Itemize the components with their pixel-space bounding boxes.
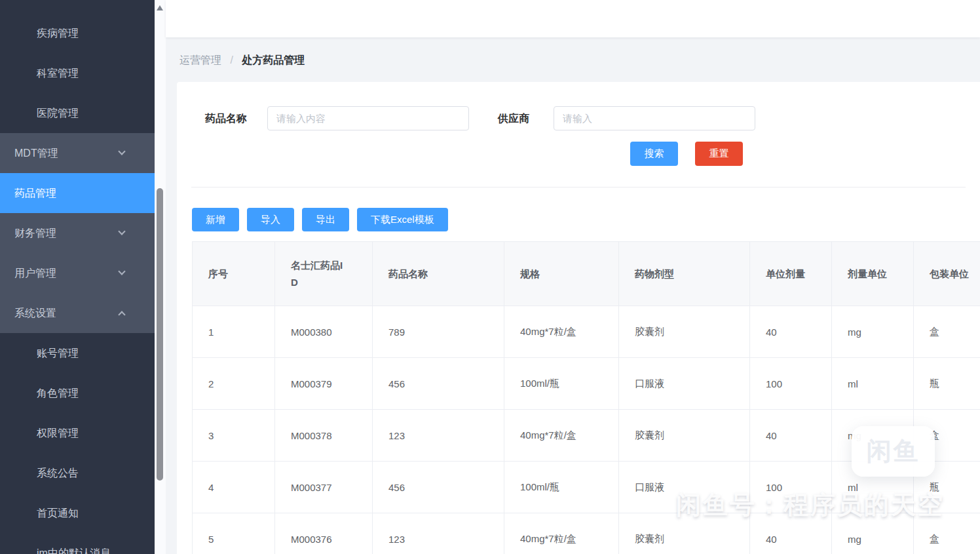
top-bar xyxy=(166,0,980,37)
table-row: 5M00037612340mg*7粒/盒胶囊剂40mg盒 xyxy=(193,513,980,554)
table-cell: mg xyxy=(832,410,914,462)
sidebar-item-label: 药品管理 xyxy=(14,188,56,199)
table-cell: 789 xyxy=(373,306,504,358)
chevron-icon xyxy=(118,267,125,275)
section-divider xyxy=(191,187,966,188)
chevron-icon xyxy=(118,311,125,318)
table-cell: M000379 xyxy=(275,358,373,410)
table-cell: 瓶 xyxy=(914,462,980,513)
table-cell: 胶囊剂 xyxy=(619,410,750,462)
table-cell: 胶囊剂 xyxy=(619,306,750,358)
sidebar-subitem-label: 角色管理 xyxy=(37,387,79,399)
sidebar-subitem[interactable]: 首页通知 xyxy=(0,493,155,533)
sidebar-item-label: 系统设置 xyxy=(14,307,56,319)
column-header: 剂量单位 xyxy=(832,242,914,306)
breadcrumb-current: 处方药品管理 xyxy=(242,54,305,66)
main-area: 运营管理 / 处方药品管理 药品名称 供应商 搜索 重置 新增 导入 导出 下载… xyxy=(166,0,980,554)
table-cell: ml xyxy=(832,462,914,513)
table-cell: 123 xyxy=(373,410,504,462)
sidebar-item-label: 财务管理 xyxy=(14,228,56,239)
table-cell: 瓶 xyxy=(914,358,980,410)
sidebar-group: MDT管理 药品管理 财务管理 用户管理 xyxy=(0,133,155,333)
sidebar-subitem[interactable]: 医院管理 xyxy=(0,93,155,133)
table-row: 4M000377456100ml/瓶口服液100ml瓶 xyxy=(193,462,980,513)
table-row: 2M000379456100ml/瓶口服液100ml瓶 xyxy=(193,358,980,410)
table-cell: 40 xyxy=(750,410,832,462)
sidebar-subitem[interactable]: 角色管理 xyxy=(0,373,155,413)
column-header: 药物剂型 xyxy=(619,242,750,306)
sidebar-menu: 疾病管理 科室管理 医院管理 MDT管理 药品管理 xyxy=(0,0,155,554)
sidebar-subitem-label: 系统公告 xyxy=(37,467,79,479)
table-cell: 100 xyxy=(750,462,832,513)
sidebar-subitem[interactable]: 账号管理 xyxy=(0,333,155,373)
drug-table: 序号名士汇药品ID药品名称规格药物剂型单位剂量剂量单位包装单位 1M000380… xyxy=(192,241,980,554)
sidebar-subitem-label: 疾病管理 xyxy=(37,28,79,39)
table-header-row: 序号名士汇药品ID药品名称规格药物剂型单位剂量剂量单位包装单位 xyxy=(193,242,980,306)
table-cell: 盒 xyxy=(914,410,980,462)
reset-button[interactable]: 重置 xyxy=(695,142,743,166)
toolbar-button[interactable]: 导出 xyxy=(302,208,349,231)
sidebar-item[interactable]: 系统设置 xyxy=(0,293,155,333)
table-cell: 40 xyxy=(750,513,832,554)
sidebar-item[interactable]: MDT管理 xyxy=(0,133,155,173)
supplier-input[interactable] xyxy=(554,106,755,130)
column-header: 规格 xyxy=(504,242,619,306)
sidebar-item[interactable]: 财务管理 xyxy=(0,213,155,253)
table-cell: 5 xyxy=(193,513,275,554)
sidebar-submenu-bottom: 账号管理 角色管理 权限管理 系统公告 首页通知 xyxy=(0,333,155,554)
toolbar-button[interactable]: 导入 xyxy=(247,208,294,231)
table-cell: 2 xyxy=(193,358,275,410)
sidebar-subitem[interactable]: im中的默认消息 xyxy=(0,533,155,554)
drug-table-wrap: 序号名士汇药品ID药品名称规格药物剂型单位剂量剂量单位包装单位 1M000380… xyxy=(192,241,980,554)
table-row: 3M00037812340mg*7粒/盒胶囊剂40mg盒 xyxy=(193,410,980,462)
sidebar-subitem-label: 账号管理 xyxy=(37,347,79,359)
table-cell: 口服液 xyxy=(619,358,750,410)
table-cell: 40 xyxy=(750,306,832,358)
toolbar-button[interactable]: 新增 xyxy=(192,208,239,231)
table-cell: 123 xyxy=(373,513,504,554)
table-cell: M000378 xyxy=(275,410,373,462)
table-row: 1M00038078940mg*7粒/盒胶囊剂40mg盒 xyxy=(193,306,980,358)
table-cell: 4 xyxy=(193,462,275,513)
sidebar-scrollbar[interactable] xyxy=(155,0,166,554)
scrollbar-thumb[interactable] xyxy=(157,188,163,481)
breadcrumb: 运营管理 / 处方药品管理 xyxy=(179,54,305,68)
sidebar-item[interactable]: 药品管理 xyxy=(0,173,155,213)
table-cell: 40mg*7粒/盒 xyxy=(504,410,619,462)
drug-name-input[interactable] xyxy=(267,106,469,130)
sidebar-subitem-label: 首页通知 xyxy=(37,507,79,519)
chevron-icon xyxy=(118,228,125,235)
table-cell: 100 xyxy=(750,358,832,410)
sidebar-subitem[interactable]: 疾病管理 xyxy=(0,13,155,53)
table-cell: 40mg*7粒/盒 xyxy=(504,306,619,358)
table-cell: 3 xyxy=(193,410,275,462)
column-header: 序号 xyxy=(193,242,275,306)
sidebar-submenu-top: 疾病管理 科室管理 医院管理 xyxy=(0,13,155,133)
chevron-icon xyxy=(118,148,125,155)
sidebar-subitem[interactable]: 权限管理 xyxy=(0,413,155,453)
table-cell: 1 xyxy=(193,306,275,358)
column-header: 包装单位 xyxy=(914,242,980,306)
table-cell: 口服液 xyxy=(619,462,750,513)
table-cell: ml xyxy=(832,358,914,410)
column-header: 药品名称 xyxy=(373,242,504,306)
scroll-up-icon[interactable] xyxy=(157,5,163,10)
table-cell: 100ml/瓶 xyxy=(504,462,619,513)
table-cell: M000376 xyxy=(275,513,373,554)
search-button[interactable]: 搜索 xyxy=(630,142,678,166)
sidebar-item[interactable]: 用户管理 xyxy=(0,253,155,293)
toolbar-button[interactable]: 下载Excel模板 xyxy=(357,208,448,231)
supplier-label: 供应商 xyxy=(498,110,529,127)
column-header: 单位剂量 xyxy=(750,242,832,306)
sidebar-subitem[interactable]: 科室管理 xyxy=(0,53,155,93)
table-cell: M000377 xyxy=(275,462,373,513)
table-cell: 盒 xyxy=(914,513,980,554)
sidebar-subitem[interactable]: 系统公告 xyxy=(0,453,155,493)
table-cell: mg xyxy=(832,513,914,554)
sidebar-item-label: 用户管理 xyxy=(14,267,56,279)
sidebar: 疾病管理 科室管理 医院管理 MDT管理 药品管理 xyxy=(0,0,155,554)
breadcrumb-parent[interactable]: 运营管理 xyxy=(179,54,221,66)
table-toolbar: 新增 导入 导出 下载Excel模板 xyxy=(192,208,448,231)
content-card: 药品名称 供应商 搜索 重置 新增 导入 导出 下载Excel模板 xyxy=(177,82,980,554)
table-cell: mg xyxy=(832,306,914,358)
